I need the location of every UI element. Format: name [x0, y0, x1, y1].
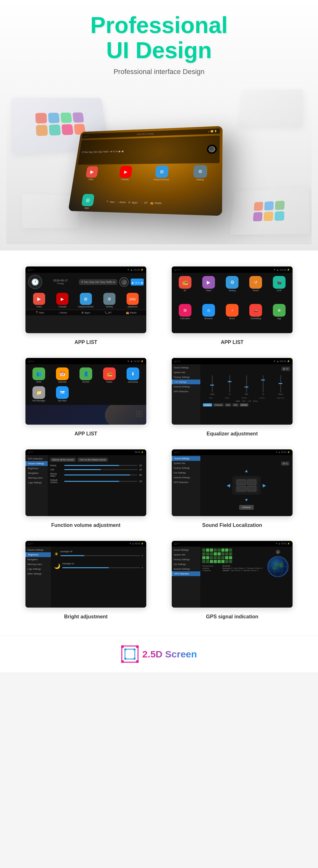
app-list-screen-1: △ □ ○ ✦ ▲ 14:19 ⚡ 🕐 2019-05-17 Friday If… [25, 267, 146, 333]
hero-section: Professional UI Design Professional inte… [0, 0, 318, 251]
feature-volume-label: Function volume adjustment [51, 523, 120, 528]
app-list-screen-3: △ □ ○ ✦ ▲ 14:19 ⚡ 👥 AVIN 📅 calendar 👤 AU… [25, 358, 146, 425]
svg-point-8 [272, 567, 277, 570]
feature-app-list-2: △ □ ○ ✦ ▲ 14:19 ⚡ 📻 BT ▶ Video ⚙ Se [165, 267, 299, 345]
svg-rect-9 [122, 646, 138, 662]
feature-volume: △ □ ○ 08:32 ⚡ GPS Detection Volume Setti… [19, 450, 153, 528]
feature-brightness-label: Bright adjustment [64, 614, 108, 620]
svg-rect-15 [124, 649, 126, 650]
screen-badge-text: 2.5D Screen [142, 649, 197, 660]
feature-app-list-1-label: APP LIST [75, 340, 97, 345]
screen-badge-icon [121, 645, 139, 663]
feature-app-list-1: △ □ ○ ✦ ▲ 14:19 ⚡ 🕐 2019-05-17 Friday If… [19, 267, 153, 345]
soundfield-screen: △ □ ○ ✦ ▲ 10:01 ⚡ Sound Settings System … [172, 450, 293, 516]
features-grid: △ □ ○ ✦ ▲ 14:19 ⚡ 🕐 2019-05-17 Friday If… [0, 251, 318, 636]
svg-rect-14 [136, 660, 139, 663]
svg-rect-18 [134, 658, 136, 660]
feature-gps: △ □ ○ ✦ ▲ 10:01 ⚡ Sound Settings System … [165, 541, 299, 620]
bg-device-2 [238, 90, 303, 128]
app-list-screen-2: △ □ ○ ✦ ▲ 14:19 ⚡ 📻 BT ▶ Video ⚙ Se [172, 267, 293, 333]
feature-equalizer-label: Equalizer adjustment [207, 431, 258, 437]
main-device-screen: △ □ ○ 2019-05-17 Friday ▲ 📶 🔋 If You Say… [68, 126, 223, 216]
bg-device-3 [230, 187, 310, 235]
feature-app-list-3: △ □ ○ ✦ ▲ 14:19 ⚡ 👥 AVIN 📅 calendar 👤 AU… [19, 358, 153, 437]
feature-soundfield-label: Sound Field Localization [202, 523, 262, 528]
svg-rect-12 [136, 645, 139, 648]
feature-brightness: △ □ ○ ✦ ▲ 08:32 ⚡ Volume Settings Bright… [19, 541, 153, 620]
svg-rect-13 [121, 660, 124, 663]
feature-soundfield: △ □ ○ ✦ ▲ 10:01 ⚡ Sound Settings System … [165, 450, 299, 528]
hero-title: Professional UI Design [6, 13, 312, 63]
feature-app-list-3-label: APP LIST [75, 431, 97, 437]
svg-rect-16 [134, 649, 136, 650]
hero-device-scene: △ □ ○ 2019-05-17 Friday ▲ 📶 🔋 If You Say… [6, 86, 312, 244]
svg-rect-11 [121, 645, 124, 648]
volume-screen: △ □ ○ 08:32 ⚡ GPS Detection Volume Setti… [25, 450, 146, 516]
screen-badge: 2.5D Screen [121, 645, 197, 663]
hero-subtitle: Professional interface Design [6, 68, 312, 76]
gps-screen: △ □ ○ ✦ ▲ 10:01 ⚡ Sound Settings System … [172, 541, 293, 608]
brightness-screen: △ □ ○ ✦ ▲ 08:32 ⚡ Volume Settings Bright… [25, 541, 146, 608]
svg-rect-10 [125, 649, 135, 659]
feature-equalizer: △ □ ○ ✦ ▲ 09:31 ⚡ Sound Settings System … [165, 358, 299, 437]
equalizer-screen: △ □ ○ ✦ ▲ 09:31 ⚡ Sound Settings System … [172, 358, 293, 425]
svg-point-6 [274, 563, 279, 566]
svg-point-7 [279, 562, 283, 567]
feature-gps-label: GPS signal indication [206, 614, 258, 620]
bottom-badge: 2.5D Screen [0, 636, 318, 672]
feature-app-list-2-label: APP LIST [221, 340, 243, 345]
svg-rect-17 [124, 658, 126, 660]
